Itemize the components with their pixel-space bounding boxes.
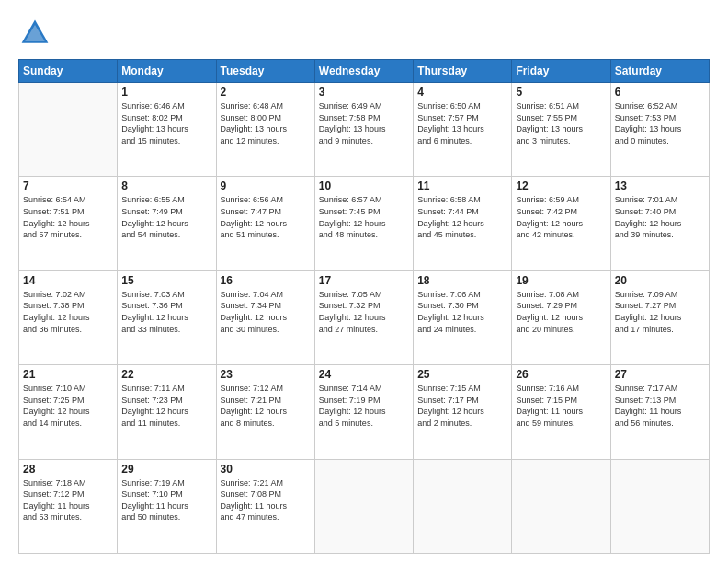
calendar-cell <box>414 459 512 553</box>
day-number: 23 <box>221 368 311 381</box>
day-number: 9 <box>221 179 311 192</box>
weekday-header-wednesday: Wednesday <box>314 60 413 83</box>
day-number: 30 <box>221 463 311 476</box>
calendar-cell: 10Sunrise: 6:57 AMSunset: 7:45 PMDayligh… <box>314 177 413 270</box>
weekday-header-row: SundayMondayTuesdayWednesdayThursdayFrid… <box>19 60 710 83</box>
day-number: 8 <box>121 179 211 192</box>
logo <box>18 17 55 50</box>
calendar-cell: 30Sunrise: 7:21 AMSunset: 7:08 PMDayligh… <box>216 459 314 553</box>
day-info: Sunrise: 6:52 AMSunset: 7:53 PMDaylight:… <box>615 100 705 146</box>
day-info: Sunrise: 6:49 AMSunset: 7:58 PMDaylight:… <box>319 100 409 146</box>
calendar-cell: 3Sunrise: 6:49 AMSunset: 7:58 PMDaylight… <box>314 83 413 177</box>
calendar-cell: 11Sunrise: 6:58 AMSunset: 7:44 PMDayligh… <box>414 177 512 270</box>
day-number: 11 <box>417 179 507 192</box>
day-info: Sunrise: 7:02 AMSunset: 7:38 PMDaylight:… <box>23 289 113 335</box>
calendar-cell <box>512 459 610 553</box>
day-info: Sunrise: 7:15 AMSunset: 7:17 PMDaylight:… <box>417 383 507 429</box>
day-number: 27 <box>615 368 705 381</box>
day-number: 3 <box>319 86 409 98</box>
header <box>18 17 710 50</box>
calendar-cell: 8Sunrise: 6:55 AMSunset: 7:49 PMDaylight… <box>118 177 216 270</box>
calendar-cell: 25Sunrise: 7:15 AMSunset: 7:17 PMDayligh… <box>414 365 512 459</box>
calendar-cell: 4Sunrise: 6:50 AMSunset: 7:57 PMDaylight… <box>414 83 512 177</box>
weekday-header-friday: Friday <box>512 60 610 83</box>
calendar-cell: 14Sunrise: 7:02 AMSunset: 7:38 PMDayligh… <box>19 270 118 364</box>
page: SundayMondayTuesdayWednesdayThursdayFrid… <box>0 0 728 563</box>
day-info: Sunrise: 7:19 AMSunset: 7:10 PMDaylight:… <box>121 477 211 523</box>
day-info: Sunrise: 7:12 AMSunset: 7:21 PMDaylight:… <box>221 383 311 429</box>
day-info: Sunrise: 7:04 AMSunset: 7:34 PMDaylight:… <box>221 289 311 335</box>
logo-icon <box>18 17 51 50</box>
day-number: 26 <box>516 368 606 381</box>
day-number: 18 <box>417 274 507 287</box>
day-number: 21 <box>23 368 113 381</box>
calendar-cell: 22Sunrise: 7:11 AMSunset: 7:23 PMDayligh… <box>118 365 216 459</box>
calendar-cell: 19Sunrise: 7:08 AMSunset: 7:29 PMDayligh… <box>512 270 610 364</box>
day-number: 6 <box>615 86 705 98</box>
calendar-cell: 24Sunrise: 7:14 AMSunset: 7:19 PMDayligh… <box>314 365 413 459</box>
calendar-cell: 20Sunrise: 7:09 AMSunset: 7:27 PMDayligh… <box>610 270 709 364</box>
day-number: 2 <box>221 86 311 98</box>
day-number: 20 <box>615 274 705 287</box>
weekday-header-tuesday: Tuesday <box>216 60 314 83</box>
day-info: Sunrise: 7:08 AMSunset: 7:29 PMDaylight:… <box>516 289 606 335</box>
day-number: 14 <box>23 274 113 287</box>
calendar-cell: 6Sunrise: 6:52 AMSunset: 7:53 PMDaylight… <box>610 83 709 177</box>
calendar-cell: 28Sunrise: 7:18 AMSunset: 7:12 PMDayligh… <box>19 459 118 553</box>
day-info: Sunrise: 7:17 AMSunset: 7:13 PMDaylight:… <box>615 383 705 429</box>
calendar-week-3: 14Sunrise: 7:02 AMSunset: 7:38 PMDayligh… <box>19 270 710 364</box>
day-number: 4 <box>417 86 507 98</box>
day-info: Sunrise: 7:01 AMSunset: 7:40 PMDaylight:… <box>615 194 705 240</box>
calendar-cell: 29Sunrise: 7:19 AMSunset: 7:10 PMDayligh… <box>118 459 216 553</box>
calendar-week-5: 28Sunrise: 7:18 AMSunset: 7:12 PMDayligh… <box>19 459 710 553</box>
calendar-cell: 15Sunrise: 7:03 AMSunset: 7:36 PMDayligh… <box>118 270 216 364</box>
calendar-cell: 1Sunrise: 6:46 AMSunset: 8:02 PMDaylight… <box>118 83 216 177</box>
calendar-cell: 18Sunrise: 7:06 AMSunset: 7:30 PMDayligh… <box>414 270 512 364</box>
day-info: Sunrise: 6:51 AMSunset: 7:55 PMDaylight:… <box>516 100 606 146</box>
calendar-cell: 23Sunrise: 7:12 AMSunset: 7:21 PMDayligh… <box>216 365 314 459</box>
day-info: Sunrise: 6:59 AMSunset: 7:42 PMDaylight:… <box>516 194 606 240</box>
day-number: 24 <box>319 368 409 381</box>
day-number: 16 <box>221 274 311 287</box>
weekday-header-saturday: Saturday <box>610 60 709 83</box>
day-number: 1 <box>121 86 211 98</box>
day-info: Sunrise: 6:57 AMSunset: 7:45 PMDaylight:… <box>319 194 409 240</box>
day-info: Sunrise: 6:58 AMSunset: 7:44 PMDaylight:… <box>417 194 507 240</box>
day-info: Sunrise: 6:48 AMSunset: 8:00 PMDaylight:… <box>221 100 311 146</box>
day-number: 28 <box>23 463 113 476</box>
day-number: 13 <box>615 179 705 192</box>
calendar-cell: 27Sunrise: 7:17 AMSunset: 7:13 PMDayligh… <box>610 365 709 459</box>
day-number: 12 <box>516 179 606 192</box>
calendar-cell: 13Sunrise: 7:01 AMSunset: 7:40 PMDayligh… <box>610 177 709 270</box>
calendar-cell <box>19 83 118 177</box>
calendar-week-2: 7Sunrise: 6:54 AMSunset: 7:51 PMDaylight… <box>19 177 710 270</box>
day-info: Sunrise: 7:21 AMSunset: 7:08 PMDaylight:… <box>221 477 311 523</box>
day-info: Sunrise: 7:16 AMSunset: 7:15 PMDaylight:… <box>516 383 606 429</box>
day-info: Sunrise: 7:06 AMSunset: 7:30 PMDaylight:… <box>417 289 507 335</box>
day-info: Sunrise: 7:03 AMSunset: 7:36 PMDaylight:… <box>121 289 211 335</box>
day-info: Sunrise: 7:11 AMSunset: 7:23 PMDaylight:… <box>121 383 211 429</box>
calendar-cell: 12Sunrise: 6:59 AMSunset: 7:42 PMDayligh… <box>512 177 610 270</box>
day-info: Sunrise: 7:05 AMSunset: 7:32 PMDaylight:… <box>319 289 409 335</box>
day-info: Sunrise: 6:56 AMSunset: 7:47 PMDaylight:… <box>221 194 311 240</box>
day-number: 15 <box>121 274 211 287</box>
calendar-week-1: 1Sunrise: 6:46 AMSunset: 8:02 PMDaylight… <box>19 83 710 177</box>
calendar-cell: 5Sunrise: 6:51 AMSunset: 7:55 PMDaylight… <box>512 83 610 177</box>
day-number: 29 <box>121 463 211 476</box>
calendar-cell: 7Sunrise: 6:54 AMSunset: 7:51 PMDaylight… <box>19 177 118 270</box>
calendar-week-4: 21Sunrise: 7:10 AMSunset: 7:25 PMDayligh… <box>19 365 710 459</box>
day-info: Sunrise: 6:55 AMSunset: 7:49 PMDaylight:… <box>121 194 211 240</box>
calendar-cell: 17Sunrise: 7:05 AMSunset: 7:32 PMDayligh… <box>314 270 413 364</box>
calendar-cell: 9Sunrise: 6:56 AMSunset: 7:47 PMDaylight… <box>216 177 314 270</box>
weekday-header-thursday: Thursday <box>414 60 512 83</box>
day-info: Sunrise: 6:46 AMSunset: 8:02 PMDaylight:… <box>121 100 211 146</box>
day-info: Sunrise: 7:10 AMSunset: 7:25 PMDaylight:… <box>23 383 113 429</box>
calendar-cell: 26Sunrise: 7:16 AMSunset: 7:15 PMDayligh… <box>512 365 610 459</box>
day-number: 10 <box>319 179 409 192</box>
calendar-cell: 16Sunrise: 7:04 AMSunset: 7:34 PMDayligh… <box>216 270 314 364</box>
calendar-cell: 2Sunrise: 6:48 AMSunset: 8:00 PMDaylight… <box>216 83 314 177</box>
calendar-cell: 21Sunrise: 7:10 AMSunset: 7:25 PMDayligh… <box>19 365 118 459</box>
day-number: 19 <box>516 274 606 287</box>
day-number: 17 <box>319 274 409 287</box>
day-info: Sunrise: 7:18 AMSunset: 7:12 PMDaylight:… <box>23 477 113 523</box>
